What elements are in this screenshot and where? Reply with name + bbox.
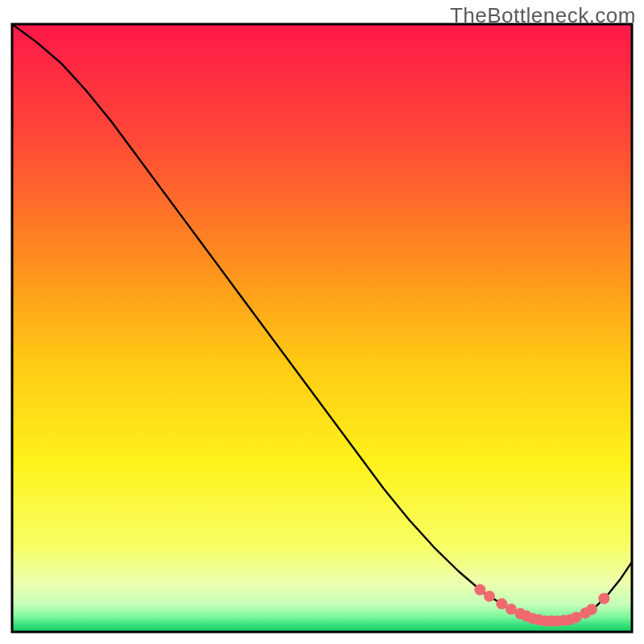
chart-svg [0, 0, 644, 644]
highlight-dot [484, 591, 495, 602]
watermark-text: TheBottleneck.com [450, 3, 636, 28]
highlight-dot [586, 604, 597, 615]
highlight-dot [474, 584, 485, 596]
chart-stage: TheBottleneck.com [0, 0, 644, 644]
highlight-dot [598, 592, 609, 604]
